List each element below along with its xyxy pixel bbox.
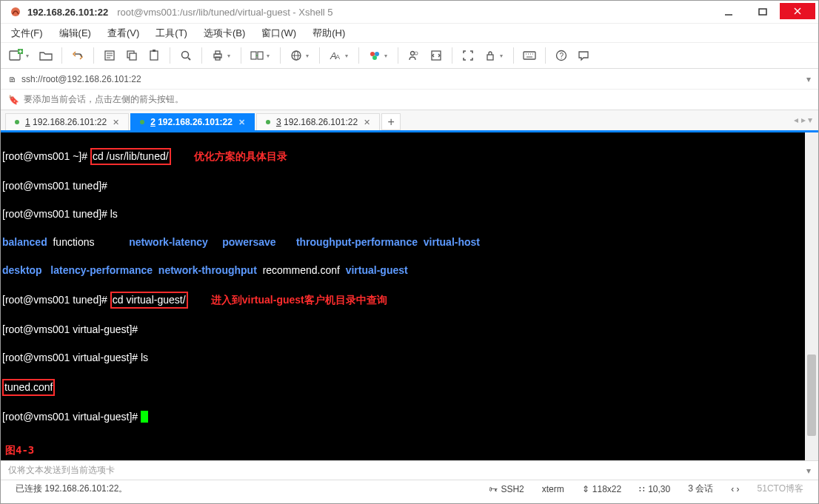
- status-ssh: 🗝 SSH2: [481, 484, 531, 494]
- highlighted-command: cd /usr/lib/tuned/: [90, 148, 171, 165]
- menu-tools[interactable]: 工具(T): [153, 25, 190, 41]
- figure-label: 图4-3: [5, 443, 34, 457]
- svg-rect-18: [258, 52, 263, 59]
- help-icon[interactable]: ?: [552, 46, 571, 65]
- reconnect-icon[interactable]: [68, 46, 87, 65]
- chevron-down-icon[interactable]: ▾: [227, 53, 235, 59]
- file-entry: recommend.conf: [263, 264, 340, 276]
- menu-file[interactable]: 文件(F): [8, 25, 46, 41]
- address-text[interactable]: ssh://root@192.168.26.101:22: [21, 74, 802, 84]
- dir-entry: virtual-host: [424, 236, 480, 248]
- statusbar: 已连接 192.168.26.101:22。 🗝 SSH2 xterm ⇕ 11…: [1, 480, 818, 497]
- chevron-icon[interactable]: ‹ ›: [723, 484, 746, 494]
- hint-text: 要添加当前会话，点击左侧的箭头按钮。: [24, 93, 184, 106]
- paste-icon[interactable]: [144, 46, 164, 65]
- font-icon[interactable]: AA: [326, 46, 345, 65]
- dir-entry: desktop: [2, 264, 42, 276]
- send-input-bar[interactable]: 仅将文本发送到当前选项卡 ▾: [1, 460, 818, 480]
- toolbar: ▾ ▾ ▾ ▾ AA ▾ ▾ ▾ ?: [1, 42, 818, 69]
- dir-entry: virtual-guest: [346, 264, 408, 276]
- tab-session-3[interactable]: 3 192.168.26.101:22 ✕: [256, 113, 380, 130]
- chevron-down-icon[interactable]: ▾: [267, 53, 274, 59]
- watermark: 51CTO博客: [750, 483, 811, 495]
- status-dot-icon: [15, 120, 19, 124]
- close-icon[interactable]: ✕: [238, 118, 245, 127]
- dir-entry: powersave: [222, 236, 275, 248]
- properties-icon[interactable]: [100, 46, 119, 65]
- send-placeholder: 仅将文本发送到当前选项卡: [8, 464, 115, 477]
- close-icon[interactable]: ✕: [364, 118, 370, 127]
- transfer-icon[interactable]: [247, 46, 267, 65]
- users-icon[interactable]: [404, 46, 424, 65]
- title-host: 192.168.26.101:22: [27, 7, 108, 18]
- chevron-down-icon[interactable]: ▾: [306, 53, 313, 59]
- scrollbar[interactable]: [805, 132, 818, 460]
- dir-entry: throughput-performance: [296, 236, 418, 248]
- menu-tab[interactable]: 选项卡(B): [201, 25, 248, 41]
- tab-session-2[interactable]: 2 192.168.26.101:22 ✕: [130, 113, 255, 130]
- tab-scroll-controls[interactable]: ◂ ▸ ▾: [794, 115, 812, 125]
- annotation: 进入到virtual-guest客户机目录中查询: [211, 294, 387, 306]
- fullscreen-icon[interactable]: [458, 46, 478, 65]
- menu-view[interactable]: 查看(V): [104, 25, 142, 41]
- dir-entry: balanced: [2, 236, 47, 248]
- prompt: [root@vms001 tuned]#: [2, 179, 817, 193]
- new-session-icon[interactable]: [7, 46, 26, 65]
- terminal[interactable]: [root@vms001 ~]# cd /usr/lib/tuned/ 优化方案…: [1, 132, 818, 460]
- svg-rect-16: [215, 57, 220, 60]
- dir-entry: latency-performance: [50, 264, 153, 276]
- svg-text:?: ?: [560, 52, 564, 60]
- svg-rect-2: [759, 9, 766, 15]
- svg-rect-9: [130, 53, 136, 60]
- svg-rect-10: [150, 51, 158, 60]
- svg-rect-31: [524, 52, 535, 59]
- svg-rect-15: [215, 51, 220, 54]
- chevron-down-icon[interactable]: ▾: [500, 53, 507, 59]
- open-session-icon[interactable]: [36, 46, 56, 65]
- status-sessions: 3 会话: [681, 483, 721, 495]
- copy-icon[interactable]: [122, 46, 141, 65]
- script-icon[interactable]: [427, 46, 446, 65]
- color-icon[interactable]: [365, 46, 384, 65]
- lock-icon[interactable]: [481, 46, 500, 65]
- highlighted-command: cd virtual-guest/: [110, 292, 188, 309]
- chevron-down-icon[interactable]: ▾: [345, 53, 352, 59]
- chat-icon[interactable]: [574, 46, 593, 65]
- menu-window[interactable]: 窗口(W): [258, 25, 299, 41]
- chevron-down-icon[interactable]: ▾: [384, 53, 392, 59]
- svg-point-25: [375, 52, 379, 56]
- svg-point-28: [415, 52, 418, 55]
- chevron-down-icon[interactable]: ▾: [26, 53, 33, 59]
- keyboard-icon[interactable]: [520, 46, 539, 65]
- dir-entry: network-throughput: [158, 264, 257, 276]
- prompt: [root@vms001 tuned]#: [2, 294, 110, 306]
- menu-edit[interactable]: 编辑(E): [56, 25, 94, 41]
- menu-help[interactable]: 帮助(H): [310, 25, 348, 41]
- svg-point-24: [370, 52, 375, 56]
- svg-point-12: [182, 52, 189, 58]
- search-icon[interactable]: [176, 46, 195, 65]
- add-tab-button[interactable]: +: [381, 113, 401, 130]
- chevron-down-icon[interactable]: ▾: [806, 74, 811, 84]
- hint-bar: 🔖 要添加当前会话，点击左侧的箭头按钮。: [1, 90, 818, 110]
- print-icon[interactable]: [208, 46, 227, 65]
- minimize-button[interactable]: [712, 3, 746, 21]
- status-termtype: xterm: [535, 484, 572, 494]
- svg-rect-17: [251, 52, 256, 59]
- globe-icon[interactable]: [287, 46, 306, 65]
- prompt: [root@vms001 ~]#: [2, 150, 90, 162]
- scrollbar-thumb[interactable]: [807, 355, 816, 436]
- close-icon[interactable]: ✕: [113, 118, 119, 127]
- svg-line-13: [188, 58, 190, 60]
- chevron-down-icon[interactable]: ▾: [806, 466, 811, 476]
- tab-session-1[interactable]: 1 192.168.26.101:22 ✕: [5, 113, 129, 130]
- svg-point-0: [11, 7, 20, 16]
- titlebar: 192.168.26.101:22 root@vms001:/usr/lib/t…: [1, 1, 818, 23]
- status-pos: ∷ 10,30: [632, 484, 678, 494]
- app-icon: [10, 6, 21, 18]
- close-button[interactable]: [780, 3, 815, 19]
- hint-icon[interactable]: 🔖: [8, 95, 19, 105]
- maximize-button[interactable]: [746, 3, 780, 21]
- cursor: [141, 411, 148, 423]
- svg-rect-30: [487, 55, 493, 60]
